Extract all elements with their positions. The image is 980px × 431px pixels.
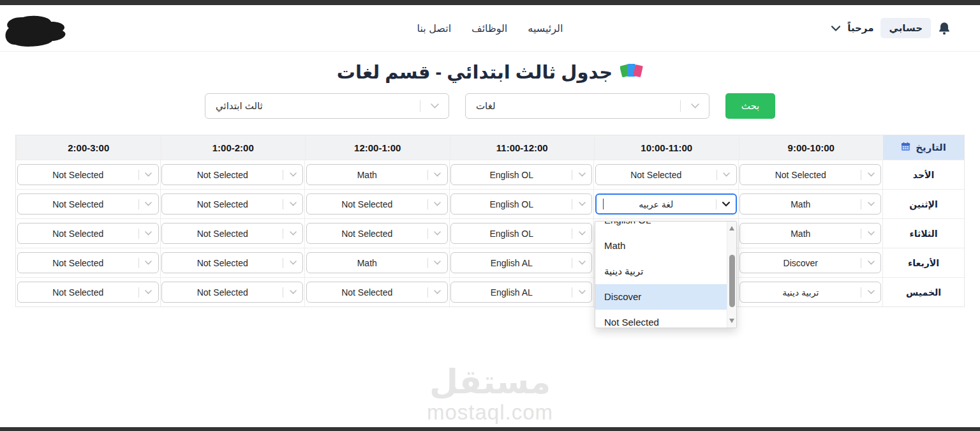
subject-select[interactable]: Not Selected [595,164,737,185]
navbar: الرئيسيه الوظائف اتصل بنا حسابي مرحباً [0,5,980,52]
day-label: الإثنين [883,190,964,218]
chevron-down-icon [283,172,302,177]
table-row: الأحد Not Selected Not Selected English … [16,160,964,189]
site-logo[interactable] [0,13,84,54]
table-row: الثلاثاء Math English OL Not Selected No… [16,218,964,248]
subject-select[interactable]: Not Selected [306,282,448,303]
subject-select[interactable]: Not Selected [161,252,303,273]
time-column-header: 12:00-1:00 [305,135,450,160]
time-column-header: 2:00-3:00 [16,135,161,160]
dropdown-items: English OL Math تربية دينية Discover Not… [595,221,727,328]
date-column-header: التاريخ [883,135,964,160]
chevron-down-icon [428,202,447,206]
dropdown-option[interactable]: English OL [595,221,727,233]
scroll-up-icon[interactable] [729,226,734,231]
day-label: الخميس [883,278,964,306]
scroll-down-icon[interactable] [729,319,734,323]
chevron-down-icon [572,261,591,265]
subject-select[interactable]: Math [739,223,881,244]
subject-select[interactable]: English AL [450,252,592,273]
welcome-label[interactable]: مرحباً [847,22,873,34]
date-header-label: التاريخ [916,142,946,153]
chevron-down-icon [139,172,158,177]
day-label: الثلاثاء [883,219,964,248]
subject-select[interactable]: Not Selected [161,193,303,215]
chevron-down-icon [428,231,447,236]
subject-select[interactable]: Not Selected [17,164,159,185]
chevron-down-icon [428,172,447,177]
watermark: مستقل mostaql.com [0,364,980,425]
chevron-down-icon [139,261,158,265]
table-header-row: التاريخ 9:00-10:00 10:00-11:00 11:00-12:… [16,135,964,160]
page-title: جدول ثالث ابتدائي - قسم لغات [337,61,612,83]
day-label: الأربعاء [883,248,964,277]
grade-select[interactable]: ثالث ابتدائي [205,93,449,119]
time-column-header: 1:00-2:00 [161,135,306,160]
dropdown-option[interactable]: تربية دينية [595,259,727,284]
subject-select[interactable]: Not Selected [161,282,303,303]
department-select[interactable]: لغات [465,93,709,119]
subject-select-focused[interactable]: لغة عربيه [595,193,737,215]
subject-select[interactable]: Not Selected [306,193,448,215]
table-row: الأربعاء Discover English AL Math Not Se… [16,248,964,277]
subject-select[interactable]: Not Selected [161,164,303,185]
dropdown-option[interactable]: Math [595,233,727,259]
dropdown-option-highlighted[interactable]: Discover [595,284,727,310]
chevron-down-icon [861,231,880,236]
department-select-value: لغات [466,100,680,112]
subject-select[interactable]: Math [306,252,448,273]
day-label: الأحد [883,160,964,189]
chevron-down-icon [283,202,302,206]
chevron-down-icon [717,172,736,177]
subject-select[interactable]: Not Selected [17,252,159,273]
nav-item-home[interactable]: الرئيسيه [528,22,563,34]
dropdown-option[interactable]: Not Selected [595,310,727,328]
subject-select[interactable]: Discover [739,252,881,273]
chevron-down-icon [139,290,158,294]
search-button[interactable]: بحث [725,93,775,119]
scrollbar-thumb[interactable] [729,255,735,307]
time-column-header: 11:00-12:00 [450,135,595,160]
chevron-down-icon [572,231,591,236]
chevron-down-icon [283,290,302,294]
account-area: حسابي مرحباً [831,5,951,51]
chevron-down-icon [283,231,302,236]
schedule-table: التاريخ 9:00-10:00 10:00-11:00 11:00-12:… [15,135,965,307]
chevron-down-icon [861,172,880,177]
dropdown-scrollbar[interactable] [727,222,736,328]
time-column-header: 10:00-11:00 [594,135,739,160]
chevron-down-icon [716,202,736,207]
watermark-site-text: mostaql.com [0,400,980,425]
subject-select[interactable]: Not Selected [161,223,303,244]
chevron-down-icon [861,202,880,206]
subject-select[interactable]: Math [739,193,881,215]
time-column-header: 9:00-10:00 [739,135,884,160]
subject-select[interactable]: تربية دينية [739,282,881,303]
text-cursor [603,199,604,209]
chevron-down-icon [861,261,880,265]
chevron-down-icon [572,290,591,294]
subject-select[interactable]: Not Selected [17,193,159,215]
chevron-down-icon [139,202,158,206]
chevron-down-icon [428,290,447,294]
nav-item-contact[interactable]: اتصل بنا [417,22,452,34]
my-account-button[interactable]: حسابي [880,18,931,38]
table-row: الإثنين Math لغة عربيه English OL Not Se… [16,189,964,218]
subject-select[interactable]: Not Selected [739,164,881,185]
chevron-down-icon[interactable] [831,26,840,31]
subject-select[interactable]: Not Selected [17,223,159,244]
chevron-down-icon [420,103,449,109]
subject-select[interactable]: English AL [450,282,592,303]
bell-icon[interactable] [938,21,951,36]
grade-select-value: ثالث ابتدائي [205,100,420,112]
subject-select[interactable]: Not Selected [17,282,159,303]
subject-select[interactable]: Math [306,164,448,185]
subject-select[interactable]: English OL [450,164,592,185]
subject-select[interactable]: English OL [450,193,592,215]
chevron-down-icon [572,172,591,177]
chevron-down-icon [572,202,591,206]
bottom-accent-bar [0,427,980,431]
subject-select[interactable]: English OL [450,223,592,244]
nav-item-jobs[interactable]: الوظائف [471,22,507,34]
subject-select[interactable]: Not Selected [306,223,448,244]
